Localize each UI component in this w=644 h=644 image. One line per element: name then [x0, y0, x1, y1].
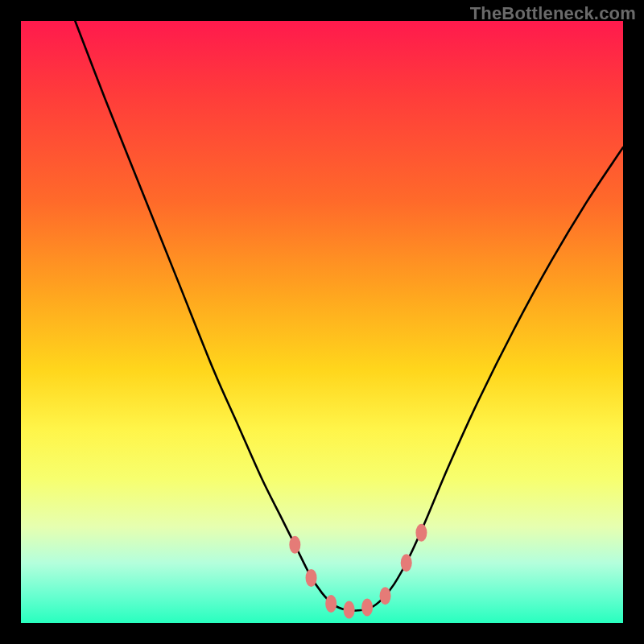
valley-marker: [306, 569, 317, 587]
plot-area: [21, 21, 623, 623]
watermark-text: TheBottleneck.com: [470, 3, 636, 24]
valley-marker: [325, 595, 336, 613]
outer-frame: TheBottleneck.com: [0, 0, 644, 644]
valley-marker: [415, 524, 427, 542]
valley-marker: [289, 536, 300, 554]
bottleneck-curve: [75, 21, 623, 611]
valley-marker: [344, 601, 355, 619]
valley-marker: [401, 554, 412, 572]
valley-marker: [380, 587, 391, 605]
curve-svg: [21, 21, 623, 623]
valley-marker: [361, 599, 373, 617]
valley-markers: [289, 524, 427, 619]
